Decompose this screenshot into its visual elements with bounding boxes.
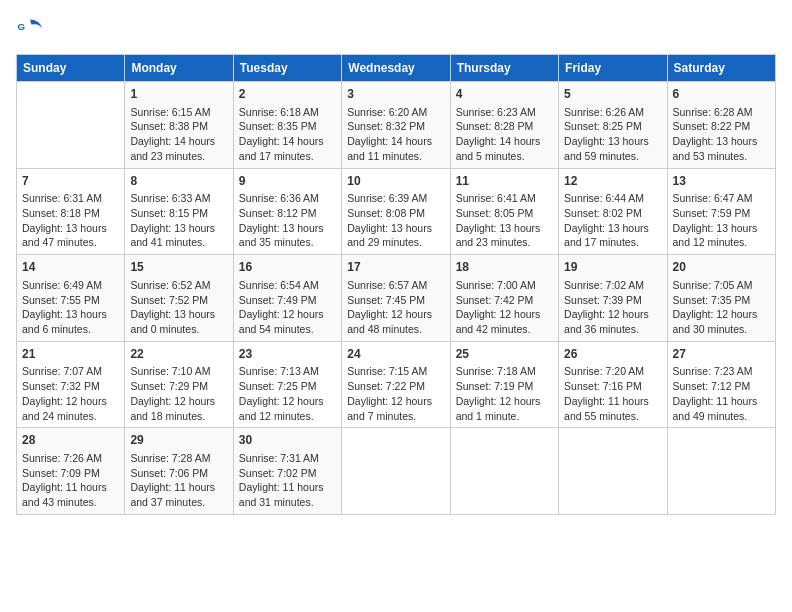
- calendar-cell: 12Sunrise: 6:44 AM Sunset: 8:02 PM Dayli…: [559, 168, 667, 255]
- calendar-cell: 29Sunrise: 7:28 AM Sunset: 7:06 PM Dayli…: [125, 428, 233, 515]
- day-info: Sunrise: 6:26 AM Sunset: 8:25 PM Dayligh…: [564, 105, 661, 164]
- calendar-cell: 23Sunrise: 7:13 AM Sunset: 7:25 PM Dayli…: [233, 341, 341, 428]
- day-header-row: SundayMondayTuesdayWednesdayThursdayFrid…: [17, 55, 776, 82]
- calendar-body: 1Sunrise: 6:15 AM Sunset: 8:38 PM Daylig…: [17, 82, 776, 515]
- calendar-cell: 2Sunrise: 6:18 AM Sunset: 8:35 PM Daylig…: [233, 82, 341, 169]
- day-number: 26: [564, 346, 661, 363]
- day-number: 3: [347, 86, 444, 103]
- day-info: Sunrise: 6:18 AM Sunset: 8:35 PM Dayligh…: [239, 105, 336, 164]
- calendar-cell: 20Sunrise: 7:05 AM Sunset: 7:35 PM Dayli…: [667, 255, 775, 342]
- day-number: 9: [239, 173, 336, 190]
- calendar-table: SundayMondayTuesdayWednesdayThursdayFrid…: [16, 54, 776, 515]
- day-info: Sunrise: 7:20 AM Sunset: 7:16 PM Dayligh…: [564, 364, 661, 423]
- day-number: 29: [130, 432, 227, 449]
- calendar-week-2: 7Sunrise: 6:31 AM Sunset: 8:18 PM Daylig…: [17, 168, 776, 255]
- calendar-cell: 13Sunrise: 6:47 AM Sunset: 7:59 PM Dayli…: [667, 168, 775, 255]
- day-number: 13: [673, 173, 770, 190]
- calendar-cell: 19Sunrise: 7:02 AM Sunset: 7:39 PM Dayli…: [559, 255, 667, 342]
- day-number: 17: [347, 259, 444, 276]
- day-header-friday: Friday: [559, 55, 667, 82]
- day-number: 27: [673, 346, 770, 363]
- day-number: 19: [564, 259, 661, 276]
- day-info: Sunrise: 6:52 AM Sunset: 7:52 PM Dayligh…: [130, 278, 227, 337]
- logo-icon: G: [16, 16, 44, 44]
- day-info: Sunrise: 6:28 AM Sunset: 8:22 PM Dayligh…: [673, 105, 770, 164]
- calendar-cell: 6Sunrise: 6:28 AM Sunset: 8:22 PM Daylig…: [667, 82, 775, 169]
- day-number: 22: [130, 346, 227, 363]
- calendar-header: SundayMondayTuesdayWednesdayThursdayFrid…: [17, 55, 776, 82]
- day-info: Sunrise: 7:07 AM Sunset: 7:32 PM Dayligh…: [22, 364, 119, 423]
- calendar-cell: 3Sunrise: 6:20 AM Sunset: 8:32 PM Daylig…: [342, 82, 450, 169]
- day-info: Sunrise: 6:57 AM Sunset: 7:45 PM Dayligh…: [347, 278, 444, 337]
- calendar-week-5: 28Sunrise: 7:26 AM Sunset: 7:09 PM Dayli…: [17, 428, 776, 515]
- calendar-cell: 15Sunrise: 6:52 AM Sunset: 7:52 PM Dayli…: [125, 255, 233, 342]
- calendar-week-1: 1Sunrise: 6:15 AM Sunset: 8:38 PM Daylig…: [17, 82, 776, 169]
- day-info: Sunrise: 6:47 AM Sunset: 7:59 PM Dayligh…: [673, 191, 770, 250]
- day-info: Sunrise: 7:23 AM Sunset: 7:12 PM Dayligh…: [673, 364, 770, 423]
- day-info: Sunrise: 6:54 AM Sunset: 7:49 PM Dayligh…: [239, 278, 336, 337]
- day-info: Sunrise: 6:49 AM Sunset: 7:55 PM Dayligh…: [22, 278, 119, 337]
- day-info: Sunrise: 7:10 AM Sunset: 7:29 PM Dayligh…: [130, 364, 227, 423]
- calendar-cell: 26Sunrise: 7:20 AM Sunset: 7:16 PM Dayli…: [559, 341, 667, 428]
- calendar-cell: 7Sunrise: 6:31 AM Sunset: 8:18 PM Daylig…: [17, 168, 125, 255]
- calendar-cell: [667, 428, 775, 515]
- day-info: Sunrise: 7:28 AM Sunset: 7:06 PM Dayligh…: [130, 451, 227, 510]
- day-number: 10: [347, 173, 444, 190]
- day-number: 18: [456, 259, 553, 276]
- day-info: Sunrise: 6:23 AM Sunset: 8:28 PM Dayligh…: [456, 105, 553, 164]
- calendar-cell: 1Sunrise: 6:15 AM Sunset: 8:38 PM Daylig…: [125, 82, 233, 169]
- calendar-cell: 30Sunrise: 7:31 AM Sunset: 7:02 PM Dayli…: [233, 428, 341, 515]
- day-info: Sunrise: 7:05 AM Sunset: 7:35 PM Dayligh…: [673, 278, 770, 337]
- day-number: 23: [239, 346, 336, 363]
- calendar-cell: [17, 82, 125, 169]
- day-number: 6: [673, 86, 770, 103]
- day-number: 24: [347, 346, 444, 363]
- day-info: Sunrise: 7:26 AM Sunset: 7:09 PM Dayligh…: [22, 451, 119, 510]
- day-info: Sunrise: 7:18 AM Sunset: 7:19 PM Dayligh…: [456, 364, 553, 423]
- calendar-week-4: 21Sunrise: 7:07 AM Sunset: 7:32 PM Dayli…: [17, 341, 776, 428]
- calendar-cell: 27Sunrise: 7:23 AM Sunset: 7:12 PM Dayli…: [667, 341, 775, 428]
- calendar-week-3: 14Sunrise: 6:49 AM Sunset: 7:55 PM Dayli…: [17, 255, 776, 342]
- calendar-cell: 10Sunrise: 6:39 AM Sunset: 8:08 PM Dayli…: [342, 168, 450, 255]
- day-info: Sunrise: 6:44 AM Sunset: 8:02 PM Dayligh…: [564, 191, 661, 250]
- day-info: Sunrise: 7:15 AM Sunset: 7:22 PM Dayligh…: [347, 364, 444, 423]
- day-info: Sunrise: 7:31 AM Sunset: 7:02 PM Dayligh…: [239, 451, 336, 510]
- calendar-cell: 22Sunrise: 7:10 AM Sunset: 7:29 PM Dayli…: [125, 341, 233, 428]
- day-info: Sunrise: 6:41 AM Sunset: 8:05 PM Dayligh…: [456, 191, 553, 250]
- calendar-cell: [559, 428, 667, 515]
- day-info: Sunrise: 7:13 AM Sunset: 7:25 PM Dayligh…: [239, 364, 336, 423]
- day-info: Sunrise: 6:33 AM Sunset: 8:15 PM Dayligh…: [130, 191, 227, 250]
- day-number: 12: [564, 173, 661, 190]
- calendar-cell: [450, 428, 558, 515]
- day-info: Sunrise: 6:20 AM Sunset: 8:32 PM Dayligh…: [347, 105, 444, 164]
- day-info: Sunrise: 7:00 AM Sunset: 7:42 PM Dayligh…: [456, 278, 553, 337]
- calendar-cell: 21Sunrise: 7:07 AM Sunset: 7:32 PM Dayli…: [17, 341, 125, 428]
- calendar-cell: 4Sunrise: 6:23 AM Sunset: 8:28 PM Daylig…: [450, 82, 558, 169]
- day-header-monday: Monday: [125, 55, 233, 82]
- day-number: 16: [239, 259, 336, 276]
- calendar-cell: 16Sunrise: 6:54 AM Sunset: 7:49 PM Dayli…: [233, 255, 341, 342]
- day-number: 28: [22, 432, 119, 449]
- calendar-cell: 25Sunrise: 7:18 AM Sunset: 7:19 PM Dayli…: [450, 341, 558, 428]
- day-header-saturday: Saturday: [667, 55, 775, 82]
- day-number: 8: [130, 173, 227, 190]
- day-number: 21: [22, 346, 119, 363]
- calendar-cell: 8Sunrise: 6:33 AM Sunset: 8:15 PM Daylig…: [125, 168, 233, 255]
- calendar-cell: 28Sunrise: 7:26 AM Sunset: 7:09 PM Dayli…: [17, 428, 125, 515]
- svg-text:G: G: [17, 21, 25, 32]
- day-number: 15: [130, 259, 227, 276]
- calendar-cell: 11Sunrise: 6:41 AM Sunset: 8:05 PM Dayli…: [450, 168, 558, 255]
- day-header-wednesday: Wednesday: [342, 55, 450, 82]
- day-info: Sunrise: 6:39 AM Sunset: 8:08 PM Dayligh…: [347, 191, 444, 250]
- day-header-thursday: Thursday: [450, 55, 558, 82]
- day-info: Sunrise: 6:15 AM Sunset: 8:38 PM Dayligh…: [130, 105, 227, 164]
- day-header-sunday: Sunday: [17, 55, 125, 82]
- calendar-cell: 9Sunrise: 6:36 AM Sunset: 8:12 PM Daylig…: [233, 168, 341, 255]
- calendar-cell: 18Sunrise: 7:00 AM Sunset: 7:42 PM Dayli…: [450, 255, 558, 342]
- calendar-cell: 14Sunrise: 6:49 AM Sunset: 7:55 PM Dayli…: [17, 255, 125, 342]
- day-number: 4: [456, 86, 553, 103]
- day-info: Sunrise: 7:02 AM Sunset: 7:39 PM Dayligh…: [564, 278, 661, 337]
- day-number: 25: [456, 346, 553, 363]
- day-number: 5: [564, 86, 661, 103]
- day-number: 30: [239, 432, 336, 449]
